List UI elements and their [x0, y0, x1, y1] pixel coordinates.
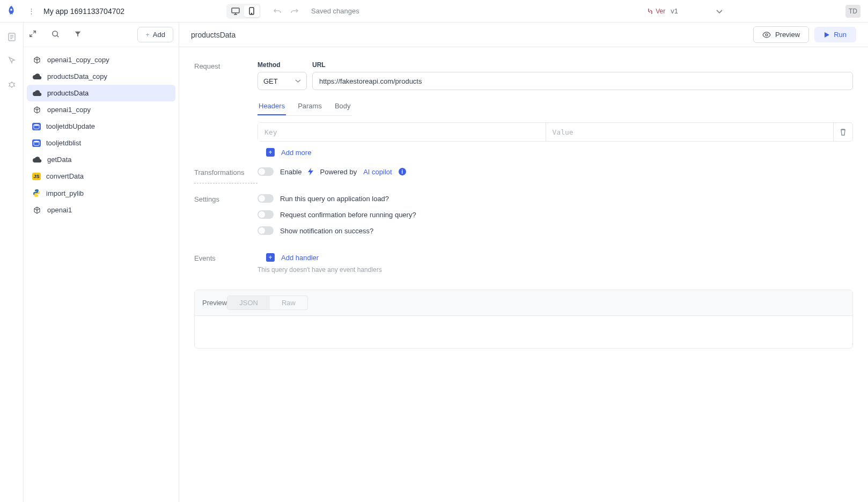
query-sidebar: + Add openai1_copy_copy productsData_cop… — [24, 23, 179, 502]
avatar[interactable]: TD — [845, 5, 860, 18]
version-icon: Ver — [647, 8, 665, 15]
sidebar-item-getdata[interactable]: getData — [27, 151, 175, 168]
enable-transformations-toggle[interactable] — [258, 167, 274, 176]
header-value-input[interactable] — [546, 123, 834, 141]
tab-headers[interactable]: Headers — [258, 98, 286, 115]
svg-point-5 — [53, 31, 57, 35]
eye-icon — [762, 32, 771, 38]
bolt-icon — [308, 168, 313, 175]
sidebar-item-label: getData — [47, 156, 72, 164]
cloud-icon — [32, 90, 42, 97]
save-status: Saved changes — [311, 7, 359, 15]
sidebar-item-openai1-copy-copy[interactable]: openai1_copy_copy — [27, 51, 175, 68]
plus-box-icon: + — [266, 253, 275, 262]
header-row — [258, 122, 853, 142]
version-selector[interactable]: Ver v1 — [647, 7, 863, 15]
tab-params[interactable]: Params — [297, 98, 323, 115]
run-label: Run — [834, 31, 847, 39]
info-icon[interactable]: i — [399, 168, 406, 175]
sidebar-item-convertdata[interactable]: JS convertData — [27, 168, 175, 184]
setting-toggle-confirm[interactable] — [258, 210, 274, 219]
query-list: openai1_copy_copy productsData_copy prod… — [24, 47, 179, 223]
svg-point-4 — [10, 83, 14, 87]
add-query-button[interactable]: + Add — [137, 27, 173, 42]
openai-icon — [32, 106, 42, 114]
python-icon — [32, 189, 41, 197]
device-toggle-group — [226, 4, 261, 19]
page-icon[interactable] — [7, 32, 17, 42]
left-rail — [0, 23, 24, 502]
bug-icon[interactable] — [7, 79, 17, 89]
collapse-icon[interactable] — [29, 30, 39, 40]
sidebar-item-productsdata[interactable]: productsData — [27, 85, 175, 101]
setting-toggle-notify[interactable] — [258, 226, 274, 235]
add-handler-button[interactable]: + Add handler — [258, 253, 853, 262]
url-input[interactable] — [312, 72, 853, 90]
section-request: Request Method GET URL — [194, 61, 853, 157]
section-settings: Settings Run this query on application l… — [194, 194, 853, 242]
undo-redo-group — [270, 5, 301, 17]
openai-icon — [32, 56, 42, 64]
setting-toggle-onload[interactable] — [258, 194, 274, 203]
cursor-icon[interactable] — [7, 56, 17, 65]
svg-point-7 — [34, 141, 39, 142]
sidebar-item-label: productsData_copy — [47, 72, 107, 80]
sidebar-item-label: import_pylib — [46, 189, 84, 197]
svg-rect-0 — [232, 8, 239, 13]
sidebar-item-productsdata-copy[interactable]: productsData_copy — [27, 68, 175, 85]
play-icon — [824, 32, 830, 38]
run-button[interactable]: Run — [814, 27, 856, 42]
topbar: ⋮ My app 1691133704702 Saved changes Ver… — [0, 0, 868, 23]
delete-row-button[interactable] — [833, 123, 852, 141]
method-value: GET — [263, 77, 278, 85]
setting-label-confirm: Request confirmation before running quer… — [280, 211, 416, 219]
section-label-transformations: Transformations — [194, 167, 258, 183]
method-label: Method — [258, 61, 307, 69]
sidebar-item-openai1[interactable]: openai1 — [27, 202, 175, 218]
svg-point-2 — [252, 13, 252, 14]
main-panel: productsData Preview Run Request Method — [179, 23, 868, 502]
section-label-settings: Settings — [194, 194, 258, 242]
powered-by-text: Powered by — [320, 168, 357, 176]
content-body: Request Method GET URL — [179, 47, 868, 363]
search-icon[interactable] — [52, 30, 61, 40]
database-icon — [32, 123, 41, 130]
undo-button[interactable] — [270, 5, 284, 17]
app-menu-kebab[interactable]: ⋮ — [23, 7, 40, 15]
sidebar-item-tooljetdbupdate[interactable]: tooljetdbUpdate — [27, 118, 175, 135]
filter-icon[interactable] — [74, 30, 84, 40]
cloud-icon — [32, 156, 42, 164]
app-logo-icon — [5, 5, 18, 18]
preview-panel-title: Preview — [202, 299, 227, 307]
setting-label-notify: Show notification on success? — [280, 227, 373, 235]
preview-raw-tab[interactable]: Raw — [270, 296, 307, 309]
method-select[interactable]: GET — [258, 72, 307, 90]
openai-icon — [32, 206, 42, 214]
request-tabs: Headers Params Body — [258, 98, 352, 116]
preview-json-tab[interactable]: JSON — [227, 296, 270, 309]
version-value: v1 — [671, 7, 678, 15]
sidebar-item-label: convertData — [46, 172, 84, 180]
header-key-input[interactable] — [258, 123, 546, 141]
preview-format-switch: JSON Raw — [227, 296, 308, 310]
chevron-down-icon — [295, 79, 301, 83]
chevron-down-icon — [716, 9, 723, 14]
tab-body[interactable]: Body — [334, 98, 352, 115]
sidebar-item-import-pylib[interactable]: import_pylib — [27, 184, 175, 202]
add-handler-label: Add handler — [281, 254, 319, 262]
device-mobile-button[interactable] — [244, 5, 259, 17]
section-label-request: Request — [194, 61, 258, 157]
sidebar-item-openai1-copy[interactable]: openai1_copy — [27, 101, 175, 118]
add-more-button[interactable]: + Add more — [258, 148, 853, 157]
database-icon — [32, 139, 41, 147]
preview-button[interactable]: Preview — [753, 26, 809, 43]
redo-button[interactable] — [288, 5, 301, 17]
preview-label: Preview — [775, 31, 800, 39]
sidebar-item-label: productsData — [47, 89, 89, 97]
device-desktop-button[interactable] — [228, 5, 243, 17]
svg-point-8 — [766, 34, 768, 36]
url-label: URL — [312, 61, 853, 69]
sidebar-item-tooljetdblist[interactable]: tooljetdblist — [27, 135, 175, 151]
ai-copilot-link[interactable]: AI copilot — [363, 168, 392, 176]
sidebar-item-label: tooljetdbUpdate — [46, 122, 95, 130]
